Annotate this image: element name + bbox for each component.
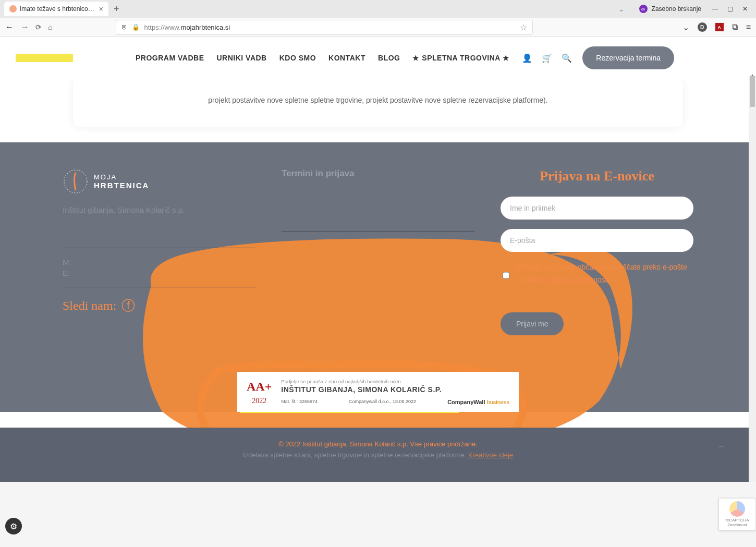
extension-d-icon[interactable]: D <box>698 22 707 32</box>
lock-icon[interactable]: 🔒 <box>132 23 140 31</box>
logo-text-2: HRBTENICA <box>94 181 149 190</box>
spine-logo-icon <box>63 168 89 195</box>
cert-year: 2022 <box>247 396 272 406</box>
nav-kdo-smo[interactable]: KDO SMO <box>279 54 316 62</box>
footer-col-2: Termini in prijava <box>282 168 474 335</box>
tab-title: Imate težave s hrbtenico - Moja <box>20 5 96 13</box>
new-tab-button[interactable]: + <box>114 4 119 15</box>
cert-banner: AA+ 2022 Podjetje se ponaša z eno od naj… <box>237 372 519 412</box>
scrollbar[interactable]: ▴ <box>749 76 756 482</box>
private-browsing-label: Zasebno brskanje <box>652 5 701 13</box>
forward-icon: → <box>21 22 29 32</box>
card-text: projekt postavitve nove spletne spletne … <box>94 94 662 106</box>
user-icon[interactable]: 👤 <box>522 53 532 63</box>
facebook-icon[interactable]: ⓕ <box>121 297 135 315</box>
pocket-icon[interactable]: ⌄ <box>682 22 689 32</box>
nav-kontakt[interactable]: KONTAKT <box>328 54 365 62</box>
cert-company: INŠTITUT GIBANJA, SIMONA KOLARIČ S.P. <box>281 385 509 394</box>
name-input[interactable] <box>501 197 693 220</box>
close-window-icon[interactable]: ✕ <box>742 5 748 13</box>
nav-program[interactable]: PROGRAM VADBE <box>136 54 204 62</box>
scrollbar-thumb[interactable] <box>750 76 755 107</box>
consent-checkbox[interactable] <box>503 264 509 286</box>
footer-col-3: Prijava na E-novice Strinjam se, da me o… <box>501 168 693 335</box>
newsletter-heading: Prijava na E-novice <box>501 168 693 184</box>
email-label: E: <box>63 269 255 277</box>
follow-us-label: Sledi nam: <box>63 299 116 313</box>
cert-tagline: Podjetje se ponaša z eno od najboljših b… <box>281 379 509 384</box>
logo-text-1: MOJA <box>94 173 149 181</box>
pdf-icon[interactable]: A <box>715 23 724 31</box>
private-mask-icon: ∞ <box>639 5 648 13</box>
url-bar[interactable]: ⛨ 🔒 https://www.mojahrbtenica.si ☆ <box>116 20 533 35</box>
credit-text: Izdelava spletne strani, spletne trgovin… <box>0 451 756 459</box>
cart-icon[interactable]: 🛒 <box>542 53 552 63</box>
browser-toolbar: ← → ⟳ ⌂ ⛨ 🔒 https://www.mojahrbtenica.si… <box>0 18 756 37</box>
browser-chrome: Imate težave s hrbtenico - Moja × + ⌄ ∞ … <box>0 0 756 37</box>
minimize-icon[interactable]: — <box>712 5 718 13</box>
divider <box>63 287 255 287</box>
terms-heading: Termini in prijava <box>282 168 474 179</box>
consent-text: Strinjam se, da me občasno obveščate pre… <box>515 261 691 286</box>
subscribe-button[interactable]: Prijavi me <box>501 312 564 335</box>
content-card: projekt postavitve nove spletne spletne … <box>73 79 683 127</box>
site-header: PROGRAM VADBE URNIKI VADB KDO SMO KONTAK… <box>0 37 756 79</box>
footer-logo: MOJA HRBTENICA <box>63 168 255 195</box>
email-input[interactable] <box>501 229 693 252</box>
mobile-label: M: <box>63 258 255 266</box>
search-icon[interactable]: 🔍 <box>562 53 572 63</box>
footer-section: MOJA HRBTENICA Inštitut gibanja, Simona … <box>0 142 756 412</box>
scroll-top-icon[interactable]: ︿ <box>718 442 725 451</box>
menu-icon[interactable]: ≡ <box>746 22 751 32</box>
divider <box>63 248 255 248</box>
bottom-bar: © 2022 Inštitut gibanja, Simona Kolarič … <box>0 428 756 482</box>
cert-mat: Mat. št.: 3266974 <box>281 399 318 405</box>
company-name: Inštitut gibanja, Simona Kolarič s.p. <box>63 204 255 216</box>
footer-col-1: MOJA HRBTENICA Inštitut gibanja, Simona … <box>63 168 255 335</box>
copyright-text: © 2022 Inštitut gibanja, Simona Kolarič … <box>0 440 756 448</box>
main-nav: PROGRAM VADBE URNIKI VADB KDO SMO KONTAK… <box>136 54 509 62</box>
close-tab-icon[interactable]: × <box>99 5 103 13</box>
browser-tab[interactable]: Imate težave s hrbtenico - Moja × <box>4 2 108 16</box>
home-icon[interactable]: ⌂ <box>48 23 52 31</box>
credit-link[interactable]: Kreativne ideje <box>468 451 513 459</box>
maximize-icon[interactable]: ▢ <box>727 5 733 13</box>
url-text: https://www.mojahrbtenica.si <box>144 23 230 31</box>
reload-icon[interactable]: ⟳ <box>35 23 42 31</box>
divider <box>282 231 474 232</box>
logo-highlight <box>16 54 73 62</box>
cert-rating: AA+ <box>247 378 272 396</box>
companywall-logo: CompanyWall business <box>447 399 509 405</box>
tabs-dropdown-icon[interactable]: ⌄ <box>618 5 625 13</box>
reservation-button[interactable]: Rezervacija termina <box>582 46 674 69</box>
nav-trgovina[interactable]: ★ SPLETNA TRGOVINA ★ <box>412 54 509 62</box>
extensions-icon[interactable]: ⧉ <box>732 22 738 32</box>
bookmark-star-icon[interactable]: ☆ <box>520 22 527 32</box>
cert-issuer: Companywall d.o.o., 18.08.2022 <box>349 399 416 405</box>
tab-bar: Imate težave s hrbtenico - Moja × + ⌄ ∞ … <box>0 0 756 18</box>
back-icon[interactable]: ← <box>5 22 14 32</box>
privacy-link[interactable]: politiko zasebnosti <box>549 275 608 284</box>
tab-favicon-icon <box>9 5 17 13</box>
page-content: PROGRAM VADBE URNIKI VADB KDO SMO KONTAK… <box>0 37 756 482</box>
shield-icon[interactable]: ⛨ <box>121 23 128 31</box>
nav-urniki[interactable]: URNIKI VADB <box>216 54 266 62</box>
nav-blog[interactable]: BLOG <box>378 54 400 62</box>
